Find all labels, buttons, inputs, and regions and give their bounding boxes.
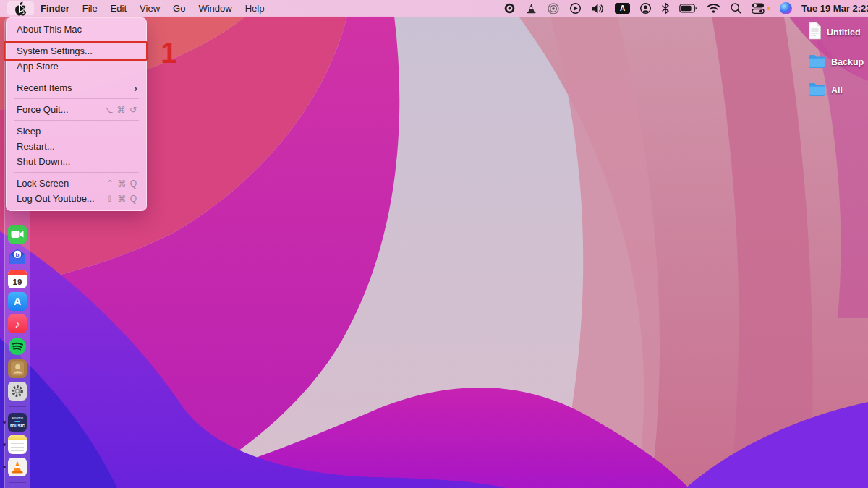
wifi-icon[interactable]: [707, 2, 720, 15]
desktop-icon-label: Untitled: [827, 27, 861, 38]
menu-separator: [14, 40, 139, 40]
menu-separator: [14, 98, 139, 99]
menu-bar-clock[interactable]: Tue 19 Mar 2:23: [801, 3, 868, 14]
apple-menu-item-app-store[interactable]: App Store: [7, 59, 146, 74]
apple-menu-item-log-out-youtube[interactable]: Log Out Youtube...⇧ ⌘ Q: [7, 191, 146, 206]
running-indicator-dot: [3, 421, 6, 424]
dock-item-notes[interactable]: [8, 435, 27, 454]
dock-item-bluemail[interactable]: b: [8, 247, 27, 266]
dock-item-amazon-music[interactable]: amazonmusic: [8, 413, 27, 432]
hotspot-icon[interactable]: [547, 2, 560, 15]
battery-icon[interactable]: [679, 2, 697, 15]
dock-item-apple-music[interactable]: ♪: [8, 314, 27, 333]
folder-icon: [808, 53, 826, 71]
apple-menu-item-shut-down[interactable]: Shut Down...: [7, 154, 146, 169]
apple-menu-item-about-this-mac[interactable]: About This Mac: [7, 22, 146, 37]
input-source-badge: A: [615, 3, 630, 14]
menu-bar-item-view[interactable]: View: [133, 3, 166, 14]
dock-item-system-settings[interactable]: [8, 382, 27, 401]
menu-item-shortcut: ⇧ ⌘ Q: [106, 194, 137, 204]
menu-item-label: Log Out Youtube...: [17, 193, 106, 204]
menu-item-label: App Store: [17, 61, 137, 72]
desktop-root: b19A♪amazonmusic UntitledBackupAll Finde…: [0, 0, 868, 488]
dock-separator: [9, 406, 26, 407]
menu-bar-item-finder[interactable]: Finder: [34, 3, 76, 14]
document-icon: [808, 22, 822, 43]
desktop-icon-all[interactable]: All: [808, 82, 864, 99]
menu-bar-item-window[interactable]: Window: [192, 3, 238, 14]
dock-item-spotify[interactable]: [8, 337, 27, 356]
menu-item-label: Lock Screen: [17, 178, 106, 189]
menu-bar-item-go[interactable]: Go: [166, 3, 192, 14]
desktop-icon-label: Backup: [831, 57, 864, 67]
notification-dot: [767, 7, 770, 10]
desktop-icon-untitled[interactable]: Untitled: [808, 22, 864, 43]
play-icon[interactable]: [569, 2, 582, 15]
vlc-icon[interactable]: [525, 2, 537, 15]
bluetooth-icon[interactable]: [661, 2, 670, 15]
svg-text:b: b: [16, 252, 20, 258]
apple-menu-item-recent-items[interactable]: Recent Items›: [7, 80, 146, 95]
menu-item-label: About This Mac: [17, 24, 137, 35]
menu-item-label: Force Quit...: [17, 104, 103, 115]
menu-bar-status-area: ATue 19 Mar 2:23: [503, 0, 868, 17]
menu-separator: [14, 77, 139, 77]
dock-item-calendar[interactable]: 19: [8, 270, 27, 288]
menu-item-label: Restart...: [17, 141, 137, 152]
apple-menu-item-restart[interactable]: Restart...: [7, 139, 146, 154]
account-icon[interactable]: [639, 2, 652, 15]
apple-menu-button[interactable]: [7, 1, 34, 15]
control-center-icon[interactable]: [752, 2, 770, 15]
desktop-icon-backup[interactable]: Backup: [808, 53, 864, 71]
submenu-chevron-icon: ›: [134, 82, 137, 93]
dock-item-contacts[interactable]: [8, 359, 27, 378]
dock-item-facetime[interactable]: [8, 225, 27, 244]
menu-bar-item-edit[interactable]: Edit: [104, 3, 133, 14]
menu-item-label: Sleep: [17, 126, 137, 137]
desktop-icon-label: All: [831, 85, 843, 95]
menu-item-label: System Settings...: [17, 46, 137, 56]
menu-item-shortcut: ⌥ ⌘ ↺: [103, 105, 137, 115]
folder-icon: [808, 82, 826, 99]
running-indicator-dot: [3, 466, 6, 468]
apple-menu-item-lock-screen[interactable]: Lock Screen⌃ ⌘ Q: [7, 176, 146, 191]
input-source-icon[interactable]: A: [615, 2, 630, 15]
menu-bar-menus: FinderFileEditViewGoWindowHelp: [34, 3, 271, 14]
apple-menu-item-system-settings[interactable]: System Settings...: [7, 43, 146, 59]
menu-bar: FinderFileEditViewGoWindowHelp ATue 19 M…: [0, 0, 868, 17]
record-indicator-icon[interactable]: [503, 2, 516, 15]
dock-separator: [9, 482, 26, 483]
menu-separator: [14, 172, 139, 173]
apple-menu-item-sleep[interactable]: Sleep: [7, 124, 146, 139]
volume-icon[interactable]: [591, 2, 605, 15]
menu-item-shortcut: ⌃ ⌘ Q: [106, 179, 137, 189]
annotation-step-number: 1: [161, 36, 177, 70]
menu-item-label: Shut Down...: [17, 156, 137, 167]
menu-item-label: Recent Items: [17, 82, 134, 93]
menu-separator: [14, 120, 139, 121]
apple-menu-item-force-quit[interactable]: Force Quit...⌥ ⌘ ↺: [7, 102, 146, 117]
apple-menu-panel: About This MacSystem Settings...App Stor…: [6, 17, 147, 211]
siri-icon[interactable]: [780, 2, 792, 15]
apple-logo-icon: [14, 1, 27, 16]
dock-item-vlc[interactable]: [8, 458, 27, 476]
menu-bar-item-file[interactable]: File: [76, 3, 104, 14]
dock-item-app-store[interactable]: A: [8, 292, 27, 311]
menu-bar-item-help[interactable]: Help: [239, 3, 271, 14]
search-icon[interactable]: [730, 2, 742, 15]
running-indicator-dot: [3, 443, 6, 446]
desktop-icon-group: UntitledBackupAll: [808, 22, 864, 99]
